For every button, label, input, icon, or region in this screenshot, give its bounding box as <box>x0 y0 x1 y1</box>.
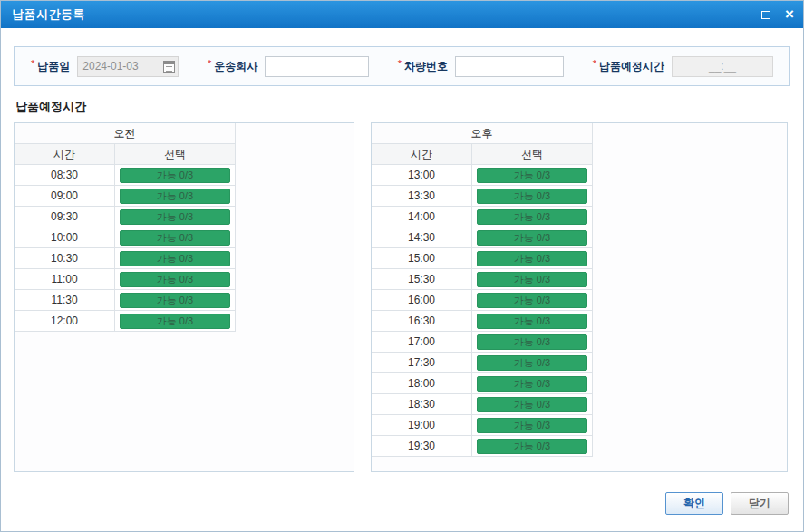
time-cell: 17:30 <box>372 353 472 373</box>
time-slot-row: 11:00 가능 0/3 <box>15 269 236 290</box>
pm-table-title: 오후 <box>372 123 593 144</box>
time-slot-row: 16:00 가능 0/3 <box>372 290 593 311</box>
dialog-titlebar: 납품시간등록 × <box>1 1 803 28</box>
slot-available-button[interactable]: 가능 0/3 <box>477 168 587 183</box>
required-marker: * <box>398 58 402 69</box>
required-marker: * <box>208 58 211 69</box>
time-cell: 16:00 <box>372 290 472 311</box>
time-cell: 15:00 <box>372 248 472 269</box>
time-cell: 19:00 <box>372 415 472 436</box>
pm-panel: 오후 시간 선택 13:00 가능 0/3 13:30 가능 0/3 <box>371 122 788 472</box>
time-slot-row: 14:00 가능 0/3 <box>372 207 593 227</box>
expected-time-input[interactable] <box>672 56 773 77</box>
calendar-icon[interactable] <box>163 61 175 73</box>
time-slot-row: 09:30 가능 0/3 <box>15 207 236 227</box>
time-slot-row: 17:30 가능 0/3 <box>372 353 593 373</box>
slot-available-button[interactable]: 가능 0/3 <box>120 293 230 308</box>
slot-available-button[interactable]: 가능 0/3 <box>120 272 230 287</box>
close-button[interactable]: 닫기 <box>731 492 789 515</box>
ok-button[interactable]: 확인 <box>665 492 723 515</box>
select-cell: 가능 0/3 <box>472 415 593 436</box>
select-cell: 가능 0/3 <box>472 373 593 394</box>
slot-available-button[interactable]: 가능 0/3 <box>477 209 587 225</box>
time-slot-row: 11:30 가능 0/3 <box>15 290 236 311</box>
slot-available-button[interactable]: 가능 0/3 <box>120 251 230 266</box>
slot-available-button[interactable]: 가능 0/3 <box>477 397 587 412</box>
time-cell: 09:00 <box>15 186 115 207</box>
time-cell: 13:00 <box>372 165 472 186</box>
delivery-date-field: * 납품일 <box>31 56 179 77</box>
select-cell: 가능 0/3 <box>115 248 236 269</box>
vehicle-number-input[interactable] <box>455 56 564 77</box>
time-slot-row: 19:00 가능 0/3 <box>372 415 593 436</box>
delivery-time-dialog: 납품시간등록 × * 납품일 * 운송회사 * 차량번호 * 납품예 <box>0 0 804 532</box>
slot-available-button[interactable]: 가능 0/3 <box>477 251 587 266</box>
slot-available-button[interactable]: 가능 0/3 <box>477 439 587 454</box>
time-slot-row: 16:30 가능 0/3 <box>372 311 593 332</box>
time-slot-row: 13:30 가능 0/3 <box>372 186 593 207</box>
time-slot-row: 15:00 가능 0/3 <box>372 248 593 269</box>
time-cell: 10:30 <box>15 248 115 269</box>
expected-time-label: 납품예정시간 <box>599 59 664 74</box>
vehicle-number-label: 차량번호 <box>404 59 448 74</box>
select-cell: 가능 0/3 <box>472 186 593 207</box>
time-cell: 16:30 <box>372 311 472 332</box>
pm-table: 오후 시간 선택 13:00 가능 0/3 13:30 가능 0/3 <box>371 122 593 457</box>
vehicle-number-field: * 차량번호 <box>398 56 564 77</box>
select-cell: 가능 0/3 <box>472 332 593 353</box>
time-cell: 08:30 <box>15 165 115 186</box>
slot-available-button[interactable]: 가능 0/3 <box>477 376 587 392</box>
delivery-date-wrap <box>77 56 179 77</box>
time-slot-row: 08:30 가능 0/3 <box>15 165 236 186</box>
transport-company-input[interactable] <box>265 56 369 77</box>
time-slot-row: 14:30 가능 0/3 <box>372 227 593 248</box>
slot-available-button[interactable]: 가능 0/3 <box>120 314 230 329</box>
select-cell: 가능 0/3 <box>115 186 236 207</box>
required-marker: * <box>31 58 34 69</box>
slot-available-button[interactable]: 가능 0/3 <box>477 314 587 329</box>
transport-company-label: 운송회사 <box>214 59 257 74</box>
time-slot-row: 17:00 가능 0/3 <box>372 332 593 353</box>
time-cell: 17:00 <box>372 332 472 353</box>
select-cell: 가능 0/3 <box>472 269 593 290</box>
delivery-form: * 납품일 * 운송회사 * 차량번호 * 납품예정시간 <box>14 46 790 86</box>
time-cell: 15:30 <box>372 269 472 290</box>
slot-available-button[interactable]: 가능 0/3 <box>477 334 587 350</box>
slot-available-button[interactable]: 가능 0/3 <box>477 189 587 204</box>
am-table-title: 오전 <box>15 123 236 144</box>
time-slot-row: 10:00 가능 0/3 <box>15 227 236 248</box>
time-cell: 13:30 <box>372 186 472 207</box>
select-cell: 가능 0/3 <box>472 311 593 332</box>
select-cell: 가능 0/3 <box>472 227 593 248</box>
am-panel: 오전 시간 선택 08:30 가능 0/3 09:00 가능 0/3 <box>14 122 354 472</box>
select-cell: 가능 0/3 <box>472 436 593 457</box>
slot-available-button[interactable]: 가능 0/3 <box>477 272 587 287</box>
slot-available-button[interactable]: 가능 0/3 <box>120 168 230 183</box>
am-col-select: 선택 <box>115 144 236 165</box>
slot-available-button[interactable]: 가능 0/3 <box>120 189 230 204</box>
select-cell: 가능 0/3 <box>115 207 236 227</box>
section-title: 납품예정시간 <box>15 99 86 115</box>
slot-available-button[interactable]: 가능 0/3 <box>477 230 587 246</box>
time-cell: 18:30 <box>372 394 472 415</box>
slot-available-button[interactable]: 가능 0/3 <box>477 293 587 308</box>
time-cell: 11:30 <box>15 290 115 311</box>
time-cell: 18:00 <box>372 373 472 394</box>
required-marker: * <box>593 58 596 69</box>
slot-available-button[interactable]: 가능 0/3 <box>477 418 587 433</box>
time-slot-row: 10:30 가능 0/3 <box>15 248 236 269</box>
select-cell: 가능 0/3 <box>472 165 593 186</box>
select-cell: 가능 0/3 <box>115 165 236 186</box>
time-slot-row: 12:00 가능 0/3 <box>15 311 236 332</box>
select-cell: 가능 0/3 <box>115 311 236 332</box>
slot-available-button[interactable]: 가능 0/3 <box>477 355 587 371</box>
time-cell: 09:30 <box>15 207 115 227</box>
am-table: 오전 시간 선택 08:30 가능 0/3 09:00 가능 0/3 <box>14 122 236 332</box>
slot-available-button[interactable]: 가능 0/3 <box>120 230 230 246</box>
select-cell: 가능 0/3 <box>472 394 593 415</box>
slot-available-button[interactable]: 가능 0/3 <box>120 209 230 225</box>
titlebar-buttons: × <box>761 8 794 22</box>
close-icon[interactable]: × <box>785 6 794 22</box>
maximize-icon[interactable] <box>761 11 770 19</box>
pm-col-time: 시간 <box>372 144 472 165</box>
